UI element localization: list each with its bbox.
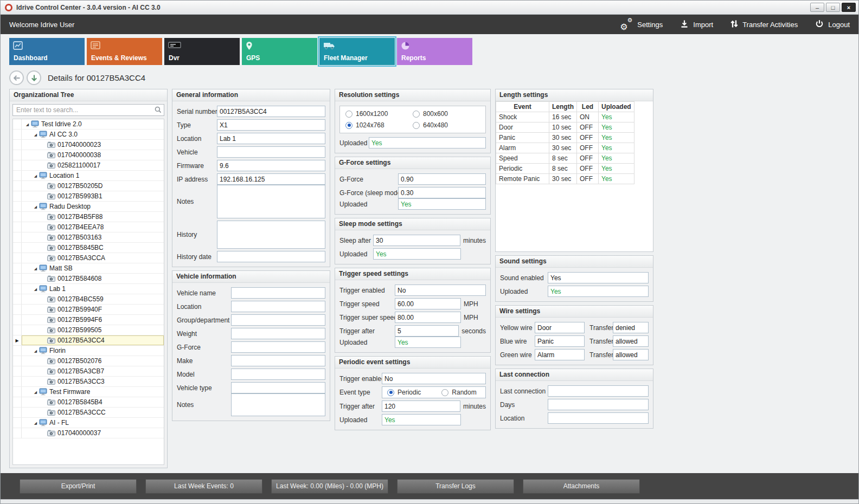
- tree-node-device[interactable]: 00127B5A3CCA: [13, 253, 164, 263]
- last-week-miles-button[interactable]: Last Week: 0.00 (Miles) - 0.00 (MPH): [271, 479, 388, 494]
- wire-event-input[interactable]: [535, 349, 585, 360]
- sound-enabled-input[interactable]: [548, 272, 649, 283]
- tree-node-group[interactable]: ◢AI CC 3.0: [13, 130, 164, 140]
- last-connection-input[interactable]: [548, 399, 649, 410]
- tree-node-device[interactable]: 00127B502076: [13, 356, 164, 366]
- tree-node-device[interactable]: 00127B50205D: [13, 181, 164, 191]
- tab-dvr[interactable]: Dvr: [164, 38, 240, 65]
- expand-arrow-icon[interactable]: ◢: [24, 122, 31, 126]
- transfer-logs-button[interactable]: Transfer Logs: [397, 479, 514, 494]
- logout-button[interactable]: Logout: [815, 20, 850, 30]
- gforce-input[interactable]: [398, 187, 486, 198]
- expand-arrow-icon[interactable]: ◢: [32, 133, 39, 137]
- sleep-uploaded-input[interactable]: [373, 248, 461, 260]
- tree-node-device[interactable]: 00127B5A3CC3: [13, 377, 164, 387]
- vehicle-info-input[interactable]: [231, 287, 325, 299]
- tab-fleet-manager[interactable]: Fleet Manager: [319, 38, 395, 65]
- scroll-down-button[interactable]: [27, 70, 41, 85]
- expand-arrow-icon[interactable]: ◢: [32, 390, 39, 394]
- search-input[interactable]: [12, 104, 164, 116]
- vehicle-info-input[interactable]: [231, 314, 325, 326]
- expand-arrow-icon[interactable]: ◢: [32, 287, 39, 291]
- tree-node-device[interactable]: 00127B5993B1: [13, 191, 164, 202]
- trigger-speed-input[interactable]: [395, 285, 486, 296]
- tree-node-group[interactable]: ◢Test Idrive 2.0: [13, 119, 164, 130]
- general-info-input[interactable]: [217, 160, 325, 171]
- periodic-trigger-enabled-input[interactable]: [382, 373, 486, 384]
- transfer-activities-button[interactable]: Transfer Activities: [730, 20, 798, 30]
- tree-node-group[interactable]: ◢Test Firmware: [13, 387, 164, 397]
- tree-node-device[interactable]: ▶00127B5A3CC4: [13, 335, 164, 346]
- trigger-speed-input[interactable]: [395, 325, 459, 337]
- vehicle-info-input[interactable]: [231, 301, 325, 312]
- attachments-button[interactable]: Attachments: [523, 479, 640, 494]
- vehicle-info-input[interactable]: [231, 341, 325, 353]
- resolution-option[interactable]: 1600x1200: [345, 110, 413, 118]
- general-info-input[interactable]: [217, 119, 325, 131]
- tree-node-group[interactable]: ◢Lab 1: [13, 284, 164, 294]
- event-type-option[interactable]: Random: [441, 389, 476, 396]
- vehicle-info-input[interactable]: [231, 328, 325, 339]
- wire-transfer-input[interactable]: [613, 335, 649, 347]
- vehicle-info-input[interactable]: [231, 355, 325, 366]
- tree-node-device[interactable]: 00127B599505: [13, 325, 164, 335]
- tree-node-device[interactable]: 00127B5A3CB7: [13, 366, 164, 377]
- general-info-input[interactable]: [217, 133, 325, 144]
- sound-uploaded-input[interactable]: [548, 286, 649, 297]
- gforce-input[interactable]: [398, 173, 486, 185]
- tree-node-device[interactable]: 017040000023: [13, 140, 164, 150]
- gforce-uploaded-input[interactable]: [398, 198, 486, 210]
- tree-node-device[interactable]: 017040000038: [13, 150, 164, 160]
- expand-arrow-icon[interactable]: ◢: [32, 205, 39, 209]
- vehicle-info-input[interactable]: [231, 369, 325, 380]
- notes-textarea[interactable]: [217, 185, 325, 218]
- expand-arrow-icon[interactable]: ◢: [32, 349, 39, 353]
- resolution-uploaded-input[interactable]: [369, 137, 486, 148]
- maximize-button[interactable]: □: [826, 3, 840, 12]
- last-connection-input[interactable]: [548, 385, 649, 397]
- tree-node-device[interactable]: 017040000037: [13, 428, 164, 438]
- minimize-button[interactable]: –: [810, 3, 824, 12]
- event-type-option[interactable]: Periodic: [387, 389, 421, 396]
- periodic-uploaded-input[interactable]: [382, 414, 461, 425]
- tree-node-group[interactable]: ◢Florin: [13, 346, 164, 356]
- import-button[interactable]: Import: [680, 20, 713, 30]
- tab-reports[interactable]: Reports: [397, 38, 472, 65]
- last-connection-input[interactable]: [548, 412, 649, 424]
- trigger-speed-uploaded-input[interactable]: [395, 337, 461, 348]
- tree-node-device[interactable]: 00127B584608: [13, 274, 164, 284]
- history-textarea[interactable]: [217, 221, 325, 249]
- tree-node-group[interactable]: ◢Matt SB: [13, 263, 164, 274]
- general-info-input[interactable]: [217, 173, 325, 185]
- vehicle-notes-textarea[interactable]: [231, 393, 325, 416]
- sleep-after-input[interactable]: [373, 235, 460, 246]
- export-print-button[interactable]: Export/Print: [20, 479, 137, 494]
- history-date-input[interactable]: [217, 251, 325, 262]
- tree-node-device[interactable]: 00127B5A3CCC: [13, 408, 164, 418]
- general-info-input[interactable]: [217, 146, 325, 158]
- expand-arrow-icon[interactable]: ◢: [32, 267, 39, 270]
- wire-transfer-input[interactable]: [613, 322, 649, 333]
- wire-event-input[interactable]: [535, 322, 585, 333]
- trigger-speed-input[interactable]: [395, 298, 461, 309]
- trigger-speed-input[interactable]: [395, 312, 461, 323]
- general-info-input[interactable]: [217, 106, 325, 117]
- periodic-trigger-after-input[interactable]: [382, 400, 460, 412]
- resolution-option[interactable]: 1024x768: [345, 121, 413, 129]
- tree-node-device[interactable]: 00127B4BC559: [13, 294, 164, 305]
- tree-node-group[interactable]: ◢Location 1: [13, 171, 164, 181]
- tree-node-device[interactable]: 00127B5994F6: [13, 315, 164, 325]
- tree-node-group[interactable]: ◢Radu Desktop: [13, 202, 164, 212]
- settings-button[interactable]: ⚙⚙ Settings: [620, 19, 663, 30]
- back-button[interactable]: [9, 70, 24, 85]
- close-button[interactable]: ×: [842, 3, 856, 12]
- tree-node-device[interactable]: 00127B4B5F88: [13, 212, 164, 222]
- tab-gps[interactable]: GPS: [242, 38, 317, 65]
- vehicle-info-input[interactable]: [231, 382, 325, 393]
- tree-node-device[interactable]: 00127B4EEA78: [13, 222, 164, 232]
- expand-arrow-icon[interactable]: ◢: [32, 174, 39, 178]
- tab-events-reviews[interactable]: Events & Reviews: [87, 38, 162, 65]
- tree-node-device[interactable]: 00127B503163: [13, 232, 164, 243]
- tree-node-device[interactable]: 00127B5845BC: [13, 243, 164, 253]
- tree-node-group[interactable]: ◢AI - FL: [13, 418, 164, 428]
